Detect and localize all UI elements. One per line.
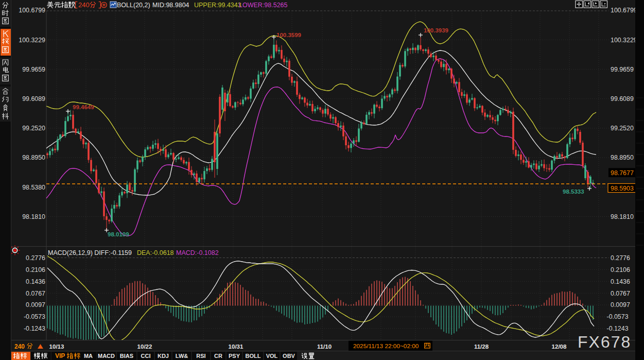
- svg-text:98.8950: 98.8950: [611, 154, 634, 161]
- svg-text:0.1436: 0.1436: [611, 278, 630, 285]
- svg-text:100.3599: 100.3599: [276, 32, 301, 38]
- svg-text:240: 240: [78, 1, 90, 9]
- svg-text:100.3229: 100.3229: [19, 37, 45, 44]
- svg-text:LW&: LW&: [176, 353, 188, 359]
- svg-text:0.1436: 0.1436: [26, 278, 45, 285]
- svg-text:0.2106: 0.2106: [26, 266, 45, 273]
- svg-text:98.1810: 98.1810: [22, 213, 45, 220]
- svg-text:MACD(26,12,9) DIFF:-0.1159: MACD(26,12,9) DIFF:-0.1159: [48, 249, 132, 256]
- svg-text:99.2520: 99.2520: [22, 125, 45, 132]
- svg-text:98.1810: 98.1810: [611, 213, 634, 220]
- svg-text:12/08: 12/08: [552, 344, 567, 350]
- svg-text:99.9659: 99.9659: [611, 66, 634, 73]
- svg-text:-0.0573: -0.0573: [24, 313, 45, 320]
- svg-text:0.2776: 0.2776: [611, 254, 630, 262]
- svg-text:99.9659: 99.9659: [22, 66, 45, 73]
- svg-text:BOLL: BOLL: [246, 353, 261, 359]
- svg-text:0.0097: 0.0097: [611, 301, 630, 308]
- svg-text:PSY: PSY: [229, 353, 240, 359]
- svg-text:0.2106: 0.2106: [611, 266, 630, 273]
- svg-text:240: 240: [14, 343, 25, 350]
- svg-text:98.5380: 98.5380: [22, 184, 45, 191]
- svg-text:100.3939: 100.3939: [424, 27, 448, 33]
- svg-text:11/10: 11/10: [317, 344, 332, 350]
- svg-text:100.6799: 100.6799: [611, 7, 637, 14]
- svg-text:CCI: CCI: [141, 353, 151, 359]
- svg-text:LOWER:98.5265: LOWER:98.5265: [239, 2, 288, 9]
- svg-text:100.3229: 100.3229: [611, 37, 637, 44]
- svg-text:2025/11/13 22:00~02:00: 2025/11/13 22:00~02:00: [353, 342, 419, 350]
- svg-text:98.0109: 98.0109: [108, 231, 129, 237]
- svg-text:MACD:-0.1082: MACD:-0.1082: [176, 249, 219, 256]
- svg-text:CR: CR: [214, 353, 222, 359]
- svg-text:OBV: OBV: [283, 353, 295, 359]
- svg-text:-0.1243: -0.1243: [607, 325, 629, 332]
- svg-text:99.6089: 99.6089: [22, 95, 45, 102]
- svg-text:99.6089: 99.6089: [611, 95, 634, 102]
- svg-text:10/13: 10/13: [49, 344, 64, 350]
- svg-text:DEA:-0.0618: DEA:-0.0618: [137, 249, 174, 256]
- svg-text:BOLL(20,2): BOLL(20,2): [117, 2, 150, 9]
- svg-text:FX678: FX678: [578, 333, 631, 351]
- svg-text:-0.1243: -0.1243: [24, 325, 45, 332]
- svg-text:0.0767: 0.0767: [611, 290, 630, 297]
- svg-text:VIP: VIP: [55, 352, 65, 359]
- svg-text:BIAS: BIAS: [120, 353, 133, 359]
- svg-text:MACD: MACD: [98, 353, 115, 359]
- svg-text:KDJ: KDJ: [158, 353, 169, 359]
- svg-text:10/31: 10/31: [229, 344, 243, 350]
- svg-text:100.6799: 100.6799: [19, 7, 45, 14]
- svg-text:0.0767: 0.0767: [26, 290, 45, 297]
- svg-text:VOL: VOL: [266, 353, 278, 359]
- svg-text:98.5333: 98.5333: [563, 188, 584, 195]
- svg-text:RSI: RSI: [196, 353, 205, 359]
- svg-text:0.0097: 0.0097: [26, 301, 45, 308]
- svg-text:98.8950: 98.8950: [22, 154, 45, 161]
- svg-text:10/22: 10/22: [137, 344, 152, 350]
- svg-text:11/28: 11/28: [474, 344, 489, 350]
- svg-text:UPPER:99.4343: UPPER:99.4343: [194, 2, 241, 9]
- svg-text:99.2520: 99.2520: [611, 125, 634, 132]
- svg-text:MID:98.9804: MID:98.9804: [152, 2, 189, 9]
- svg-text:0.2776: 0.2776: [26, 254, 45, 262]
- svg-text:98.7677: 98.7677: [611, 169, 634, 177]
- svg-text:-0.0573: -0.0573: [607, 313, 629, 320]
- svg-text:98.5903: 98.5903: [611, 185, 634, 192]
- svg-text:MA: MA: [84, 353, 93, 359]
- svg-text:99.4649: 99.4649: [73, 104, 94, 110]
